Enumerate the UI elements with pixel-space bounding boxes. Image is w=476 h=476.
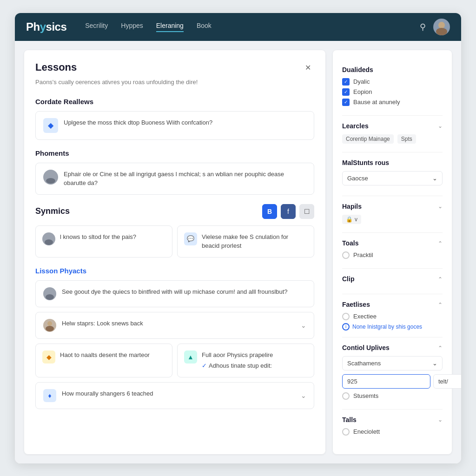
mini-icon-1: ◆ (42, 350, 55, 364)
synmics-text-1: l knows to sltod for the pais? (60, 232, 136, 242)
svg-point-0 (438, 22, 445, 28)
phoments-text: Ephair ole or Cine st be all ingrigut ga… (64, 170, 306, 188)
synmics-text-2: Vielese make fee S cnulation for beacid … (202, 232, 307, 251)
hapils-tag[interactable]: 🔒 v (342, 215, 361, 224)
lisson-card-4: ♦ How mourally shangers 6 teached ⌄ (35, 382, 314, 409)
nav-logo: Physics (26, 20, 66, 33)
search-icon[interactable]: ⚲ (420, 22, 426, 32)
contiol-header[interactable]: Contiol Uplives ⌄ (342, 344, 443, 351)
malstunts-section: MalStunts rous Gaocse ⌄ (342, 152, 443, 196)
lisson-card-4-header: ♦ How mourally shangers 6 teached ⌄ (43, 389, 306, 402)
tools-header[interactable]: Toals ⌄ (342, 239, 443, 247)
talls-header[interactable]: Talls ⌄ (342, 416, 443, 423)
tools-title: Toals (342, 239, 359, 247)
synmics-icon-2: 💬 (184, 232, 197, 245)
talls-title: Talls (342, 416, 357, 423)
tools-section: Toals ⌄ Pracktil (342, 233, 443, 269)
expand-icon-4[interactable]: ⌄ (301, 392, 306, 399)
phoments-card: Ephair ole or Cine st be all ingrigut ga… (35, 163, 314, 195)
dualideds-title: Dualideds (342, 66, 443, 73)
contiol-radio-btn[interactable] (342, 392, 350, 400)
mini-icon-2: ▲ (184, 350, 197, 364)
faetlises-radio[interactable] (342, 313, 350, 320)
contiol-select[interactable]: Scathamens ⌄ (342, 356, 443, 370)
clip-title: Clip (342, 275, 354, 283)
synmics-grid: l knows to sltod for the pais? 💬 Vielese… (35, 225, 314, 258)
svg-point-4 (46, 235, 51, 239)
clip-section: Clip ⌄ (342, 269, 443, 294)
faetlises-info: i None Inistgral by shis goces (342, 323, 443, 331)
contiol-radio: Stusemts (342, 392, 443, 400)
lisson-avatar-2 (43, 319, 56, 332)
learcles-tag-1[interactable]: Corentip Mainage (342, 134, 394, 144)
expand-icon-2[interactable]: ⌄ (301, 322, 306, 329)
synmics-header: Synmics B f ☐ (35, 204, 314, 219)
malstunts-chevron-icon: ⌄ (432, 175, 437, 182)
tools-radio[interactable] (342, 251, 350, 259)
lisson-card-1-left: See goout dye the quiecs to bintfired wi… (43, 287, 306, 300)
check-2[interactable]: ✓ (342, 88, 350, 96)
panel-subtitle: Paons's cually oerences ativres you roas… (35, 78, 314, 86)
nav-link-book[interactable]: Book (197, 22, 212, 32)
malstunts-select[interactable]: Gaocse ⌄ (342, 171, 443, 185)
svg-point-9 (46, 326, 54, 331)
talls-radio[interactable] (342, 428, 350, 436)
svg-point-1 (436, 28, 447, 35)
nav-link-secrility[interactable]: Secrility (85, 22, 108, 32)
talls-section: Talls ⌄ Eneciolett (342, 410, 443, 445)
avatar[interactable] (433, 19, 450, 35)
check-3[interactable]: ✓ (342, 99, 350, 106)
contiol-inputs (342, 374, 443, 389)
cordate-icon: ◆ (43, 118, 58, 133)
phoments-avatar (43, 170, 58, 185)
lisson-mini-text-1: Haot to naalts desent the marteor (60, 350, 150, 360)
hapils-icon: 🔒 (346, 216, 353, 223)
lisson-avatar-1 (43, 287, 56, 300)
synmics-message-button[interactable]: ☐ (299, 204, 314, 219)
learcles-tag-2[interactable]: Spts (397, 134, 416, 144)
svg-point-8 (47, 321, 52, 326)
synmics-section: Synmics B f ☐ l knows to sltod for the p… (35, 204, 314, 258)
left-panel: Lessons ✕ Paons's cually oerences ativre… (24, 50, 325, 454)
faetlises-title: Faetlises (342, 301, 370, 308)
main-layout: Lessons ✕ Paons's cually oerences ativre… (15, 41, 461, 463)
synmics-facebook-button[interactable]: f (281, 204, 296, 219)
dualideds-item-1: ✓ Dyalic (342, 78, 443, 86)
hapils-chevron: ⌄ (438, 203, 443, 210)
synmics-bold-button[interactable]: B (262, 204, 277, 219)
learcles-chevron: ⌄ (438, 123, 443, 129)
synmics-card-1: l knows to sltod for the pais? (35, 225, 172, 258)
clip-chevron: ⌄ (438, 276, 443, 282)
malstunts-title: MalStunts rous (342, 159, 443, 166)
contiol-input-1[interactable] (342, 374, 430, 389)
phoments-title: Phoments (35, 149, 314, 157)
contiol-section: Contiol Uplives ⌄ Scathamens ⌄ Stusemts (342, 337, 443, 410)
faetlises-header[interactable]: Faetlises ⌄ (342, 301, 443, 308)
lisson-card-2-left: Helw staprs: Look snews back (43, 319, 143, 332)
close-button[interactable]: ✕ (301, 61, 314, 74)
svg-point-5 (45, 239, 53, 245)
tools-item: Pracktil (342, 251, 443, 259)
dualideds-item-2: ✓ Eopion (342, 88, 443, 96)
cordate-section: Cordate Reallews ◆ Uplgese the moss thic… (35, 98, 314, 140)
lisson-mini-text-2b: ✓ Adhous tinate stup edit: (202, 361, 273, 370)
learcles-header[interactable]: Learcles ⌄ (342, 122, 443, 130)
hapils-section: Hapils ⌄ 🔒 v (342, 196, 443, 233)
panel-header: Lessons ✕ (35, 61, 314, 74)
learcles-section: Learcles ⌄ Corentip Mainage Spts (342, 116, 443, 152)
contiol-input-2[interactable] (433, 374, 461, 389)
svg-point-6 (47, 290, 52, 294)
lisson-icon-4: ♦ (43, 389, 56, 402)
nav-link-eleraning[interactable]: Eleraning (156, 22, 184, 32)
lisson-text-4: How mourally shangers 6 teached (62, 389, 153, 398)
right-panel: Dualideds ✓ Dyalic ✓ Eopion ✓ Bause at a… (333, 50, 452, 454)
cordate-text: Uplgese the moss thick dtop Buoness Wiit… (64, 118, 212, 127)
panel-title: Lessons (35, 61, 77, 73)
nav-link-hyppes[interactable]: Hyppes (121, 22, 143, 32)
check-1[interactable]: ✓ (342, 78, 350, 86)
svg-point-3 (46, 178, 55, 184)
clip-header[interactable]: Clip ⌄ (342, 275, 443, 283)
hapils-header[interactable]: Hapils ⌄ (342, 203, 443, 210)
svg-point-7 (46, 294, 54, 300)
talls-item: Eneciolett (342, 428, 443, 436)
